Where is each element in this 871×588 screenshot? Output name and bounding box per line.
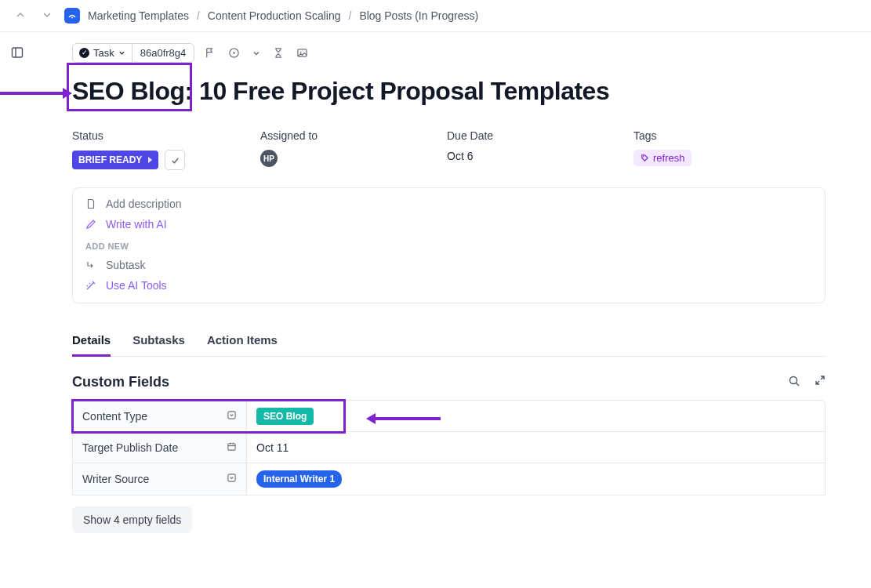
breadcrumb-item-1[interactable]: Content Production Scaling xyxy=(208,9,341,22)
chevron-down-icon[interactable] xyxy=(249,48,263,59)
breadcrumb-item-2[interactable]: Blog Posts (In Progress) xyxy=(359,9,478,22)
svg-point-5 xyxy=(300,52,302,53)
custom-fields-table: Content Type SEO Blog Target Publish Dat… xyxy=(72,400,826,495)
cf-row-writer-source[interactable]: Writer Source Internal Writer 1 xyxy=(73,463,825,495)
sidebar-toggle-icon[interactable] xyxy=(0,32,34,533)
write-ai-label: Write with AI xyxy=(106,218,167,230)
cf-value: Oct 11 xyxy=(256,441,289,454)
cf-label: Target Publish Date xyxy=(82,441,178,454)
assignee-avatar[interactable]: HP xyxy=(260,150,278,167)
nav-forward-icon[interactable] xyxy=(38,8,56,24)
breadcrumb-sep: / xyxy=(197,9,200,22)
tag-text: refresh xyxy=(653,152,684,164)
expand-icon[interactable] xyxy=(815,375,826,390)
pencil-icon xyxy=(85,219,96,230)
search-icon[interactable] xyxy=(788,375,800,390)
play-circle-icon[interactable] xyxy=(225,45,243,60)
svg-line-9 xyxy=(797,383,800,387)
cf-label: Writer Source xyxy=(82,473,149,485)
nav-back-icon[interactable] xyxy=(11,8,30,24)
status-label: Status xyxy=(72,129,245,142)
status-value: BRIEF READY xyxy=(78,154,142,165)
task-type-pill: ✓ Task 86a0fr8g4 xyxy=(72,43,194,63)
due-date-label: Due Date xyxy=(447,129,618,142)
sparkle-icon xyxy=(85,280,96,291)
add-subtask-button[interactable]: Subtask xyxy=(85,259,812,271)
description-panel: Add description Write with AI ADD NEW Su… xyxy=(72,187,826,303)
annotation-highlight xyxy=(71,399,346,434)
ai-tools-label: Use AI Tools xyxy=(106,279,167,292)
cf-row-target-publish-date[interactable]: Target Publish Date Oct 11 xyxy=(73,432,825,463)
task-id-button[interactable]: 86a0fr8g4 xyxy=(132,44,194,62)
dropdown-icon xyxy=(227,473,237,485)
annotation-highlight xyxy=(67,63,192,111)
tab-details[interactable]: Details xyxy=(72,325,111,357)
tab-action-items[interactable]: Action Items xyxy=(207,325,278,356)
task-type-button[interactable]: ✓ Task xyxy=(73,44,132,62)
chevron-down-icon xyxy=(118,49,125,56)
workspace-icon[interactable] xyxy=(64,8,80,24)
show-empty-fields-button[interactable]: Show 4 empty fields xyxy=(72,506,192,533)
breadcrumb-item-0[interactable]: Marketing Templates xyxy=(88,9,189,22)
hourglass-icon[interactable] xyxy=(270,45,287,60)
svg-rect-16 xyxy=(228,474,235,481)
breadcrumb-sep: / xyxy=(348,9,351,22)
status-badge[interactable]: BRIEF READY xyxy=(72,151,158,169)
annotation-arrow-icon xyxy=(0,85,72,101)
tag-icon xyxy=(641,154,649,162)
due-date-value[interactable]: Oct 6 xyxy=(447,150,618,162)
svg-point-8 xyxy=(790,377,797,384)
custom-fields-title: Custom Fields xyxy=(72,374,169,390)
flag-icon[interactable] xyxy=(201,45,219,60)
calendar-icon xyxy=(227,441,237,454)
svg-point-0 xyxy=(71,17,73,19)
document-icon xyxy=(85,198,96,209)
svg-point-7 xyxy=(643,156,644,157)
tag-chip[interactable]: refresh xyxy=(633,150,691,166)
subtask-icon xyxy=(85,260,96,270)
subtask-label: Subtask xyxy=(106,259,146,271)
add-description-label: Add description xyxy=(106,198,182,210)
status-next-icon xyxy=(148,157,152,163)
breadcrumb: Marketing Templates / Content Production… xyxy=(88,9,478,22)
task-type-label: Task xyxy=(93,47,114,59)
svg-rect-1 xyxy=(13,48,23,57)
cf-value-badge: Internal Writer 1 xyxy=(256,470,342,488)
complete-check-button[interactable] xyxy=(165,150,185,170)
ai-tools-button[interactable]: Use AI Tools xyxy=(85,279,812,292)
svg-rect-12 xyxy=(228,443,235,449)
write-ai-button[interactable]: Write with AI xyxy=(85,218,812,230)
tags-label: Tags xyxy=(633,129,826,142)
tab-subtasks[interactable]: Subtasks xyxy=(132,325,185,356)
add-description-button[interactable]: Add description xyxy=(85,198,812,210)
annotation-arrow-icon xyxy=(366,411,445,426)
assigned-label: Assigned to xyxy=(260,129,431,142)
image-icon[interactable] xyxy=(293,45,311,60)
add-new-heading: ADD NEW xyxy=(85,241,812,251)
seal-icon: ✓ xyxy=(79,48,89,58)
